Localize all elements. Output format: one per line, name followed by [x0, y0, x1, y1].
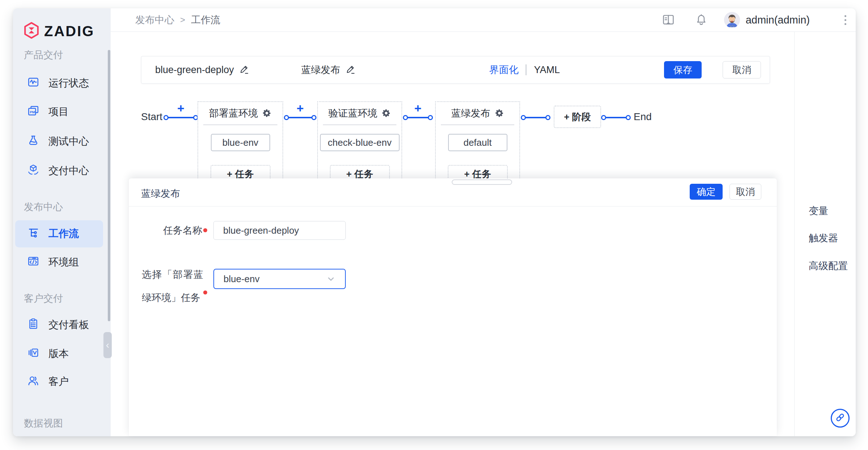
sidebar-collapse-handle[interactable]: ‹	[103, 332, 112, 358]
connector	[521, 115, 550, 120]
add-stage-button[interactable]: + 阶段	[554, 106, 601, 128]
stage-gear-icon[interactable]	[382, 109, 391, 118]
stage-divider	[323, 124, 396, 125]
sidebar-item-customers[interactable]: 客户	[27, 375, 69, 388]
sidebar-item-label: 工作流	[48, 227, 79, 241]
panel-cancel-button[interactable]: 取消	[729, 184, 761, 200]
stage-gear-icon[interactable]	[495, 109, 504, 118]
breadcrumb-separator: >	[180, 15, 185, 25]
cancel-button[interactable]: 取消	[723, 61, 761, 78]
chain-link-icon	[835, 412, 846, 424]
rail-tab-variables[interactable]: 变量	[809, 204, 828, 217]
stage-divider	[203, 124, 277, 125]
rail-tab-advanced[interactable]: 高级配置	[809, 259, 848, 272]
user-avatar[interactable]	[724, 12, 740, 28]
workflow-name: blue-green-deploy	[155, 64, 234, 76]
sidebar-item-status[interactable]: 运行状态	[27, 77, 89, 90]
add-stage-plus-icon[interactable]: +	[177, 102, 184, 114]
save-button[interactable]: 保存	[664, 61, 702, 78]
connector-line	[168, 117, 194, 118]
workflow-display-name: 蓝绿发布	[301, 63, 340, 76]
env-code-window-icon	[27, 255, 39, 269]
sidebar-item-label: 版本	[48, 347, 69, 361]
stage-title: 部署蓝环境	[209, 107, 258, 120]
stage-title-row: 蓝绿发布	[436, 106, 519, 121]
edit-name-pencil-icon[interactable]	[239, 64, 250, 75]
sidebar-item-delivery-center[interactable]: 交付中心	[27, 164, 89, 177]
panel-title: 蓝绿发布	[141, 187, 180, 200]
task-name-label: 任务名称	[143, 225, 202, 236]
sidebar: ZADIG 产品交付 运行状态 PM 项目	[13, 8, 111, 436]
pm-badge: PM	[30, 110, 35, 114]
sidebar-item-test-center[interactable]: 测试中心	[27, 135, 89, 148]
connector-dot	[428, 115, 433, 120]
connector-line	[525, 117, 546, 118]
toggle-divider	[526, 64, 527, 75]
graph-end-label: End	[634, 111, 652, 123]
workflow-tree-icon	[27, 227, 39, 241]
share-link-button[interactable]	[831, 409, 850, 428]
connector-line	[407, 117, 429, 118]
sidebar-item-label: 测试中心	[48, 135, 89, 148]
connector-line	[605, 117, 626, 118]
sidebar-item-label: 交付看板	[48, 318, 89, 332]
sidebar-item-label: 环境组	[48, 255, 79, 269]
connector-line	[288, 117, 312, 118]
task-node[interactable]: default	[448, 134, 507, 151]
clipboard-icon	[27, 318, 39, 332]
kebab-menu-icon[interactable]	[844, 15, 846, 25]
notification-bell-icon[interactable]	[695, 14, 707, 26]
stage-title-row: 部署蓝环境	[198, 106, 282, 121]
task-node[interactable]: blue-env	[211, 134, 270, 151]
add-stage-plus-icon[interactable]: +	[297, 102, 304, 114]
sidebar-item-label: 运行状态	[48, 76, 89, 90]
brand-logo[interactable]: ZADIG	[24, 22, 94, 40]
sidebar-item-delivery-board[interactable]: 交付看板	[27, 318, 89, 331]
connector: +	[284, 115, 316, 120]
connector-dot	[311, 115, 316, 120]
sidebar-section-product-delivery: 产品交付	[24, 49, 63, 61]
env-select-value: blue-env	[224, 273, 260, 285]
sidebar-item-label: 客户	[48, 375, 69, 389]
docs-book-icon[interactable]	[662, 14, 675, 26]
toggle-ui-mode[interactable]: 界面化	[489, 63, 518, 76]
breadcrumb-parent[interactable]: 发布中心	[135, 13, 174, 26]
connector: +	[403, 115, 433, 120]
add-stage-plus-icon[interactable]: +	[414, 102, 422, 114]
sidebar-scrollbar[interactable]	[108, 50, 110, 321]
app-window: ZADIG 产品交付 运行状态 PM 项目	[13, 8, 856, 436]
connector-dot	[545, 115, 550, 120]
sidebar-section-release-center: 发布中心	[24, 201, 63, 213]
stage-divider	[441, 124, 514, 125]
brand-logo-text: ZADIG	[44, 23, 94, 39]
sidebar-section-data-view: 数据视图	[24, 417, 63, 429]
topbar: 发布中心 > 工作流	[111, 8, 856, 32]
task-name-input[interactable]	[213, 221, 346, 240]
stage-gear-icon[interactable]	[262, 109, 272, 118]
env-select[interactable]: blue-env	[213, 269, 346, 289]
sidebar-item-versions[interactable]: 版本	[27, 347, 69, 360]
view-mode-toggle: 界面化 YAML	[489, 63, 560, 76]
chevron-down-icon	[326, 274, 336, 284]
breadcrumb-current: 工作流	[191, 13, 220, 26]
connector: +	[163, 115, 198, 120]
right-rail-divider	[794, 32, 795, 436]
env-select-label: 选择「部署蓝绿环境」任务	[142, 263, 203, 309]
sidebar-item-projects[interactable]: PM 项目	[27, 105, 69, 118]
panel-divider	[129, 206, 777, 207]
edit-display-name-pencil-icon[interactable]	[345, 64, 356, 75]
canvas-horizontal-scrollbar[interactable]	[452, 179, 512, 185]
confirm-button[interactable]: 确定	[690, 184, 723, 200]
workflow-header-card: blue-green-deploy 蓝绿发布 界面化 YAML 保存 取消	[141, 56, 770, 84]
required-dot	[203, 228, 207, 232]
user-name[interactable]: admin(admin)	[746, 14, 810, 26]
rail-tab-triggers[interactable]: 触发器	[809, 232, 838, 245]
sidebar-item-workflows[interactable]: 工作流	[27, 227, 79, 240]
required-dot	[203, 290, 207, 294]
flask-icon	[27, 135, 39, 149]
toggle-yaml-mode[interactable]: YAML	[534, 64, 560, 76]
sidebar-item-env-groups[interactable]: 环境组	[27, 256, 79, 269]
sidebar-section-customer-delivery: 客户交付	[24, 293, 63, 304]
task-config-panel: 蓝绿发布 确定 取消 任务名称 选择「部署蓝绿环境」任务 blue-env	[129, 178, 777, 436]
task-node[interactable]: check-blue-env	[320, 134, 399, 151]
